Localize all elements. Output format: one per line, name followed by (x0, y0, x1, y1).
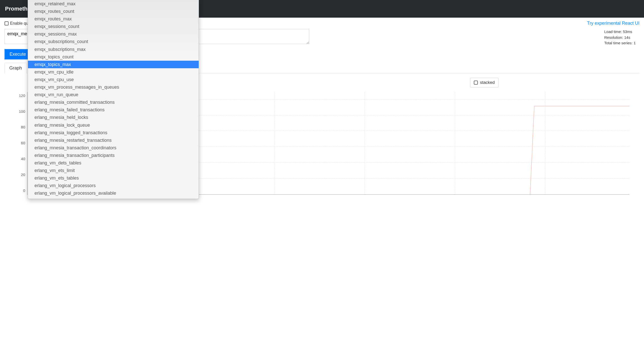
execute-button[interactable]: Execute (5, 49, 31, 59)
y-tick-label: 0 (23, 188, 25, 192)
dropdown-item[interactable]: erlang_mnesia_restarted_transactions (28, 136, 199, 144)
stacked-checkbox[interactable]: stacked (470, 78, 498, 87)
dropdown-item[interactable]: erlang_vm_ets_limit (28, 167, 199, 174)
dropdown-item[interactable]: emqx_sessions_count (28, 23, 199, 30)
dropdown-item[interactable]: erlang_mnesia_committed_transactions (28, 98, 199, 106)
dropdown-item[interactable]: emqx_vm_run_queue (28, 91, 199, 98)
dropdown-item[interactable]: erlang_mnesia_transaction_participants (28, 152, 199, 159)
dropdown-item[interactable]: erlang_vm_logical_processors (28, 182, 199, 189)
dropdown-item[interactable]: emqx_vm_cpu_idle (28, 68, 199, 76)
dropdown-item[interactable]: emqx_subscriptions_max (28, 46, 199, 53)
autocomplete-dropdown[interactable]: emqx_retained_maxemqx_routes_countemqx_r… (28, 0, 199, 198)
dropdown-item[interactable]: emqx_topics_count (28, 53, 199, 61)
query-stats: Load time: 53ms Resolution: 14s Total ti… (594, 29, 639, 46)
dropdown-item[interactable]: emqx_sessions_max (28, 30, 199, 38)
dropdown-item[interactable]: erlang_mnesia_failed_transactions (28, 106, 199, 114)
stat-series: Total time series: 1 (604, 40, 639, 46)
dropdown-item[interactable]: emqx_subscriptions_count (28, 38, 199, 45)
y-tick-label: 100 (19, 109, 25, 113)
y-tick-label: 20 (21, 172, 25, 177)
y-tick-label: 80 (21, 125, 25, 129)
y-axis: 020406080100120 (15, 92, 27, 195)
dropdown-item[interactable]: emqx_vm_cpu_use (28, 76, 199, 83)
dropdown-item[interactable]: erlang_vm_logical_processors_online (28, 197, 199, 197)
stacked-label: stacked (480, 80, 495, 85)
dropdown-item[interactable]: emqx_topics_max (28, 61, 199, 68)
checkbox-icon (5, 21, 9, 25)
y-tick-label: 60 (21, 141, 25, 145)
dropdown-item[interactable]: erlang_mnesia_lock_queue (28, 121, 199, 129)
checkbox-icon (474, 81, 478, 85)
stat-load-time: Load time: 53ms (604, 29, 639, 35)
dropdown-item[interactable]: emqx_retained_max (28, 0, 199, 8)
dropdown-item[interactable]: erlang_vm_logical_processors_available (28, 189, 199, 197)
dropdown-item[interactable]: erlang_vm_ets_tables (28, 174, 199, 182)
tab-graph[interactable]: Graph (5, 63, 27, 73)
dropdown-item[interactable]: erlang_mnesia_held_locks (28, 114, 199, 121)
dropdown-item[interactable]: emqx_vm_process_messages_in_queues (28, 83, 199, 91)
y-tick-label: 120 (19, 93, 25, 97)
dropdown-item[interactable]: erlang_mnesia_logged_transactions (28, 129, 199, 136)
y-tick-label: 40 (21, 156, 25, 161)
dropdown-item[interactable]: emqx_routes_count (28, 8, 199, 15)
react-ui-link[interactable]: Try experimental React UI (587, 21, 639, 26)
dropdown-item[interactable]: erlang_vm_dets_tables (28, 159, 199, 167)
dropdown-item[interactable]: erlang_mnesia_transaction_coordinators (28, 144, 199, 152)
dropdown-item[interactable]: emqx_routes_max (28, 15, 199, 23)
stat-resolution: Resolution: 14s (604, 35, 639, 41)
